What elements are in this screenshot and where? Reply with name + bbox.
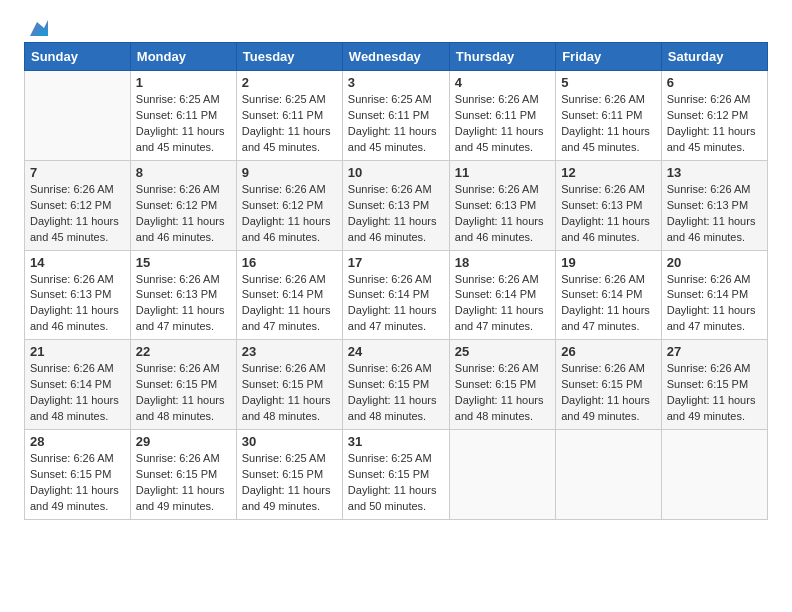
day-number: 31 [348, 434, 444, 449]
calendar-cell: 3Sunrise: 6:25 AMSunset: 6:11 PMDaylight… [342, 71, 449, 161]
day-info: Sunrise: 6:25 AMSunset: 6:11 PMDaylight:… [136, 93, 225, 153]
day-number: 2 [242, 75, 337, 90]
calendar-header-row: SundayMondayTuesdayWednesdayThursdayFrid… [25, 43, 768, 71]
calendar-cell: 19Sunrise: 6:26 AMSunset: 6:14 PMDayligh… [556, 250, 662, 340]
day-number: 14 [30, 255, 125, 270]
day-info: Sunrise: 6:26 AMSunset: 6:15 PMDaylight:… [136, 452, 225, 512]
day-info: Sunrise: 6:26 AMSunset: 6:11 PMDaylight:… [455, 93, 544, 153]
calendar-cell: 25Sunrise: 6:26 AMSunset: 6:15 PMDayligh… [449, 340, 555, 430]
calendar-cell: 23Sunrise: 6:26 AMSunset: 6:15 PMDayligh… [236, 340, 342, 430]
calendar-week-row: 1Sunrise: 6:25 AMSunset: 6:11 PMDaylight… [25, 71, 768, 161]
calendar-cell [661, 430, 767, 520]
day-number: 15 [136, 255, 231, 270]
day-number: 20 [667, 255, 762, 270]
day-info: Sunrise: 6:26 AMSunset: 6:15 PMDaylight:… [30, 452, 119, 512]
header-day-thursday: Thursday [449, 43, 555, 71]
day-number: 19 [561, 255, 656, 270]
calendar-cell: 2Sunrise: 6:25 AMSunset: 6:11 PMDaylight… [236, 71, 342, 161]
day-info: Sunrise: 6:26 AMSunset: 6:14 PMDaylight:… [242, 273, 331, 333]
calendar-cell: 28Sunrise: 6:26 AMSunset: 6:15 PMDayligh… [25, 430, 131, 520]
day-number: 25 [455, 344, 550, 359]
calendar-cell: 21Sunrise: 6:26 AMSunset: 6:14 PMDayligh… [25, 340, 131, 430]
day-number: 22 [136, 344, 231, 359]
day-number: 24 [348, 344, 444, 359]
day-info: Sunrise: 6:26 AMSunset: 6:14 PMDaylight:… [561, 273, 650, 333]
day-info: Sunrise: 6:26 AMSunset: 6:15 PMDaylight:… [561, 362, 650, 422]
calendar-cell: 22Sunrise: 6:26 AMSunset: 6:15 PMDayligh… [130, 340, 236, 430]
calendar-cell: 20Sunrise: 6:26 AMSunset: 6:14 PMDayligh… [661, 250, 767, 340]
day-number: 7 [30, 165, 125, 180]
day-info: Sunrise: 6:26 AMSunset: 6:13 PMDaylight:… [667, 183, 756, 243]
logo-icon [26, 18, 48, 40]
header-day-sunday: Sunday [25, 43, 131, 71]
day-number: 16 [242, 255, 337, 270]
calendar-week-row: 28Sunrise: 6:26 AMSunset: 6:15 PMDayligh… [25, 430, 768, 520]
calendar-cell: 13Sunrise: 6:26 AMSunset: 6:13 PMDayligh… [661, 160, 767, 250]
page-header [24, 20, 768, 34]
day-number: 9 [242, 165, 337, 180]
day-info: Sunrise: 6:26 AMSunset: 6:12 PMDaylight:… [30, 183, 119, 243]
day-info: Sunrise: 6:25 AMSunset: 6:11 PMDaylight:… [242, 93, 331, 153]
day-info: Sunrise: 6:26 AMSunset: 6:13 PMDaylight:… [348, 183, 437, 243]
calendar-cell [449, 430, 555, 520]
logo [24, 20, 48, 34]
calendar-cell: 9Sunrise: 6:26 AMSunset: 6:12 PMDaylight… [236, 160, 342, 250]
calendar-cell: 30Sunrise: 6:25 AMSunset: 6:15 PMDayligh… [236, 430, 342, 520]
calendar-cell [25, 71, 131, 161]
day-number: 13 [667, 165, 762, 180]
day-info: Sunrise: 6:26 AMSunset: 6:14 PMDaylight:… [455, 273, 544, 333]
day-number: 12 [561, 165, 656, 180]
calendar-week-row: 7Sunrise: 6:26 AMSunset: 6:12 PMDaylight… [25, 160, 768, 250]
header-day-saturday: Saturday [661, 43, 767, 71]
day-number: 30 [242, 434, 337, 449]
day-number: 10 [348, 165, 444, 180]
day-info: Sunrise: 6:26 AMSunset: 6:15 PMDaylight:… [242, 362, 331, 422]
calendar-cell: 14Sunrise: 6:26 AMSunset: 6:13 PMDayligh… [25, 250, 131, 340]
calendar-cell: 1Sunrise: 6:25 AMSunset: 6:11 PMDaylight… [130, 71, 236, 161]
day-info: Sunrise: 6:26 AMSunset: 6:14 PMDaylight:… [348, 273, 437, 333]
day-number: 5 [561, 75, 656, 90]
day-info: Sunrise: 6:26 AMSunset: 6:14 PMDaylight:… [30, 362, 119, 422]
day-info: Sunrise: 6:25 AMSunset: 6:15 PMDaylight:… [348, 452, 437, 512]
day-info: Sunrise: 6:26 AMSunset: 6:11 PMDaylight:… [561, 93, 650, 153]
day-info: Sunrise: 6:26 AMSunset: 6:15 PMDaylight:… [348, 362, 437, 422]
calendar-cell [556, 430, 662, 520]
calendar-cell: 12Sunrise: 6:26 AMSunset: 6:13 PMDayligh… [556, 160, 662, 250]
calendar-cell: 18Sunrise: 6:26 AMSunset: 6:14 PMDayligh… [449, 250, 555, 340]
calendar-cell: 16Sunrise: 6:26 AMSunset: 6:14 PMDayligh… [236, 250, 342, 340]
day-info: Sunrise: 6:26 AMSunset: 6:15 PMDaylight:… [667, 362, 756, 422]
day-number: 1 [136, 75, 231, 90]
day-number: 21 [30, 344, 125, 359]
calendar-cell: 24Sunrise: 6:26 AMSunset: 6:15 PMDayligh… [342, 340, 449, 430]
day-info: Sunrise: 6:26 AMSunset: 6:15 PMDaylight:… [136, 362, 225, 422]
day-info: Sunrise: 6:26 AMSunset: 6:13 PMDaylight:… [561, 183, 650, 243]
calendar-cell: 15Sunrise: 6:26 AMSunset: 6:13 PMDayligh… [130, 250, 236, 340]
day-number: 8 [136, 165, 231, 180]
calendar-cell: 17Sunrise: 6:26 AMSunset: 6:14 PMDayligh… [342, 250, 449, 340]
calendar-cell: 11Sunrise: 6:26 AMSunset: 6:13 PMDayligh… [449, 160, 555, 250]
calendar-cell: 8Sunrise: 6:26 AMSunset: 6:12 PMDaylight… [130, 160, 236, 250]
day-number: 4 [455, 75, 550, 90]
calendar-cell: 31Sunrise: 6:25 AMSunset: 6:15 PMDayligh… [342, 430, 449, 520]
calendar-cell: 4Sunrise: 6:26 AMSunset: 6:11 PMDaylight… [449, 71, 555, 161]
header-day-friday: Friday [556, 43, 662, 71]
day-info: Sunrise: 6:26 AMSunset: 6:15 PMDaylight:… [455, 362, 544, 422]
calendar-cell: 7Sunrise: 6:26 AMSunset: 6:12 PMDaylight… [25, 160, 131, 250]
header-day-tuesday: Tuesday [236, 43, 342, 71]
day-info: Sunrise: 6:26 AMSunset: 6:12 PMDaylight:… [136, 183, 225, 243]
day-number: 28 [30, 434, 125, 449]
day-info: Sunrise: 6:26 AMSunset: 6:13 PMDaylight:… [30, 273, 119, 333]
calendar-cell: 29Sunrise: 6:26 AMSunset: 6:15 PMDayligh… [130, 430, 236, 520]
calendar-week-row: 21Sunrise: 6:26 AMSunset: 6:14 PMDayligh… [25, 340, 768, 430]
calendar-table: SundayMondayTuesdayWednesdayThursdayFrid… [24, 42, 768, 520]
day-info: Sunrise: 6:26 AMSunset: 6:12 PMDaylight:… [242, 183, 331, 243]
calendar-cell: 27Sunrise: 6:26 AMSunset: 6:15 PMDayligh… [661, 340, 767, 430]
day-number: 18 [455, 255, 550, 270]
calendar-cell: 5Sunrise: 6:26 AMSunset: 6:11 PMDaylight… [556, 71, 662, 161]
day-info: Sunrise: 6:26 AMSunset: 6:12 PMDaylight:… [667, 93, 756, 153]
calendar-cell: 6Sunrise: 6:26 AMSunset: 6:12 PMDaylight… [661, 71, 767, 161]
calendar-week-row: 14Sunrise: 6:26 AMSunset: 6:13 PMDayligh… [25, 250, 768, 340]
header-day-monday: Monday [130, 43, 236, 71]
calendar-cell: 26Sunrise: 6:26 AMSunset: 6:15 PMDayligh… [556, 340, 662, 430]
day-number: 23 [242, 344, 337, 359]
